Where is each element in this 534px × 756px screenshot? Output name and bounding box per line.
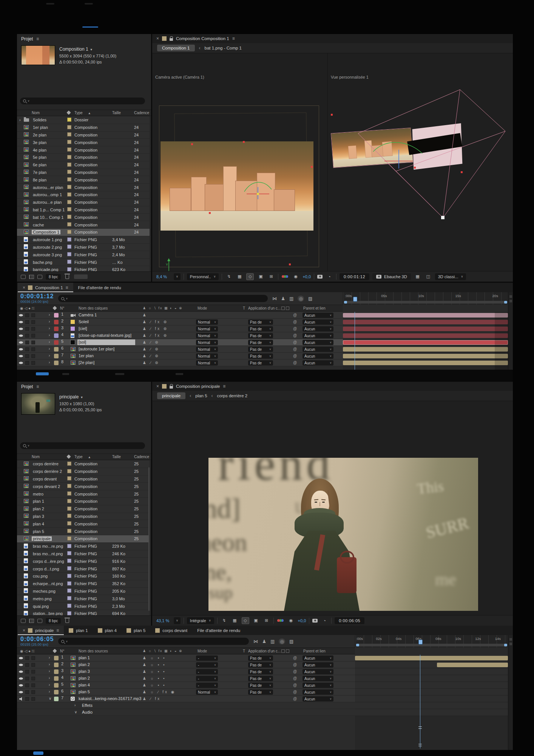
viewer-tab[interactable]: × Composition principale ≡	[152, 382, 513, 391]
timeline-tab[interactable]: × File d'attente de rendu ≡	[192, 626, 245, 635]
composition-mini-flowchart-icon[interactable]: ⋈	[272, 296, 277, 301]
channel-icon[interactable]	[281, 274, 289, 279]
parent-dropdown[interactable]: Aucun∨	[302, 655, 333, 661]
layer-switches[interactable]: ♟ ∕ fx ⊛	[143, 327, 196, 331]
item-name[interactable]: corps d...ère.png	[32, 559, 67, 564]
item-name[interactable]: Composition 1	[32, 230, 67, 234]
project-column-headers[interactable]: Nom Type▲ Taille Cadence	[17, 110, 151, 116]
label-color-chip[interactable]	[67, 544, 71, 548]
layer-switches[interactable]: ♟ ☼ ∕ fx ◉	[143, 690, 196, 694]
item-name[interactable]: bat 1.p... Comp 1	[32, 208, 67, 212]
work-area-start-handle[interactable]	[344, 301, 347, 304]
layer-name[interactable]: Effets	[82, 703, 93, 708]
exposure-icon[interactable]: ◉	[292, 273, 299, 280]
track-matte-dropdown[interactable]: Pas de∨	[248, 683, 273, 688]
column-taille[interactable]: Taille	[112, 111, 134, 115]
work-area-end-handle[interactable]	[504, 644, 507, 646]
layer-twirl-icon[interactable]: ›	[49, 360, 50, 364]
project-item-row[interactable]: corps d...ère.png Fichier PNG 916 Ko	[17, 558, 150, 565]
mode-dropdown[interactable]: Normal∨	[196, 326, 218, 332]
label-color-chip[interactable]	[67, 507, 71, 511]
column-type[interactable]: Type▲	[74, 455, 112, 459]
motion-blur-icon[interactable]: ◎	[279, 638, 285, 644]
parent-dropdown[interactable]: Aucun∨	[302, 683, 333, 688]
layer-switches[interactable]: ♟ ∕ fx ⊛	[143, 320, 196, 324]
current-time-display[interactable]: 0:00:01:12	[340, 273, 369, 280]
pickwhip-icon[interactable]: @	[293, 313, 297, 317]
viewer-stage[interactable]: riend nd] neon ne, sup un This SURR me	[152, 401, 513, 615]
label-color-chip[interactable]	[54, 683, 59, 688]
draft-icon[interactable]: ♟	[281, 296, 285, 301]
visibility-toggle[interactable]	[19, 320, 23, 324]
label-color-chip[interactable]	[67, 611, 71, 615]
timeline-view-options[interactable]: ⋈♟▥◎▨	[272, 296, 312, 302]
label-color-chip[interactable]	[67, 215, 71, 219]
column-type[interactable]: Type▲	[74, 111, 112, 115]
transparency-grid-icon[interactable]: ▦	[231, 617, 239, 624]
item-name[interactable]: barricade.png	[32, 267, 67, 271]
layer-handle[interactable]	[191, 143, 193, 145]
layer-row[interactable]: ∨ 7 kakaist...kering-neon-316717.mp3 ♟ ∕…	[17, 696, 355, 702]
mode-dropdown[interactable]: -∨	[196, 676, 218, 681]
viewer-tab[interactable]: × Composition Composition 1 ≡	[152, 34, 513, 43]
breadcrumb-item[interactable]: corps derrière 2	[217, 393, 248, 398]
layer-twirl-icon[interactable]: ›	[49, 340, 50, 344]
pickwhip-icon[interactable]: @	[293, 690, 297, 694]
solo-lock-toggle[interactable]	[31, 361, 35, 365]
label-color-chip[interactable]	[67, 491, 71, 496]
lock-icon[interactable]	[170, 38, 173, 41]
track-matte-dropdown[interactable]: Pas de∨	[248, 689, 273, 695]
item-name[interactable]: station...bre.png	[32, 611, 67, 615]
show-snapshot-icon[interactable]: ◔	[321, 617, 328, 624]
work-area-end-handle[interactable]	[504, 301, 507, 304]
project-item-row[interactable]: 4e plan Composition 24	[17, 146, 150, 154]
close-icon[interactable]: ×	[23, 285, 25, 290]
project-item-row[interactable]: corps devant Composition 25	[17, 476, 150, 483]
project-item-row[interactable]: principale Composition 25	[17, 535, 150, 543]
item-name[interactable]: autorou...omp 1	[32, 192, 67, 197]
project-item-row[interactable]: Composition 1 Composition 24	[17, 229, 150, 236]
layer-row[interactable]: › 7 1er plan ♟ ∕ ⊛ Normal∨ Pas de∨ @ Auc…	[17, 353, 343, 359]
timeline-view-options[interactable]: ⋈♟▥◎▨	[253, 638, 293, 644]
layer-duration-bar[interactable]	[343, 313, 508, 318]
pickwhip-icon[interactable]: @	[293, 656, 297, 660]
solo-lock-toggle[interactable]	[31, 341, 35, 344]
project-item-row[interactable]: corps devant 2 Composition 25	[17, 483, 150, 490]
fast-preview-icon[interactable]: ↯	[221, 617, 228, 624]
project-panel-header[interactable]: Projet ≡	[17, 382, 151, 392]
layer-switches[interactable]: ♟ ∕ fx	[143, 697, 196, 701]
solo-lock-toggle[interactable]	[31, 690, 35, 694]
project-item-row[interactable]: 3e plan Composition 24	[17, 139, 150, 146]
item-name[interactable]: cache	[32, 223, 67, 227]
item-name[interactable]: metro.png	[32, 596, 67, 601]
layer-row[interactable]: ∨ Audio ∨ ∨ @ ∨	[17, 709, 355, 716]
parent-dropdown[interactable]: Aucun∨	[302, 669, 333, 674]
item-name[interactable]: metro	[32, 492, 67, 496]
pickwhip-icon[interactable]: @	[293, 347, 297, 351]
track-matte-dropdown[interactable]: Pas de∨	[248, 676, 273, 681]
layer-row[interactable]: › 4 plan 2 ♟ ☼ ▪ ▪ -∨ Pas de∨ @ Aucun∨	[17, 675, 355, 682]
project-item-row[interactable]: plan 4 Composition 25	[17, 520, 150, 528]
current-time-indicator-line[interactable]	[420, 655, 420, 748]
label-color-chip[interactable]	[67, 207, 71, 211]
item-name[interactable]: 4e plan	[32, 148, 67, 152]
current-time-display[interactable]: 0:00:06:05	[335, 617, 364, 624]
exposure-value[interactable]: +0,0	[302, 274, 311, 279]
solo-lock-toggle[interactable]	[31, 670, 35, 674]
region-of-interest-icon[interactable]: ▣	[257, 273, 264, 280]
project-item-row[interactable]: corps d...t.png Fichier PNG 897 Ko	[17, 565, 150, 573]
item-name[interactable]: meches.png	[32, 589, 67, 593]
item-name[interactable]: corps devant	[32, 477, 67, 481]
column-nom[interactable]: Nom	[32, 455, 67, 459]
item-name[interactable]: quai.png	[32, 604, 67, 609]
mode-dropdown[interactable]: -∨	[196, 669, 218, 674]
zoom-dropdown[interactable]: ∨	[174, 273, 181, 280]
track-matte-dropdown[interactable]: Pas de∨	[248, 326, 273, 332]
mode-dropdown[interactable]: Normal∨	[196, 319, 218, 325]
label-color-chip[interactable]	[67, 230, 71, 234]
audio-toggle[interactable]	[25, 690, 29, 694]
solo-lock-toggle[interactable]	[31, 656, 35, 660]
new-folder-icon[interactable]	[29, 275, 34, 279]
visibility-toggle[interactable]	[19, 670, 23, 674]
layer-name[interactable]: Audio	[82, 710, 93, 714]
